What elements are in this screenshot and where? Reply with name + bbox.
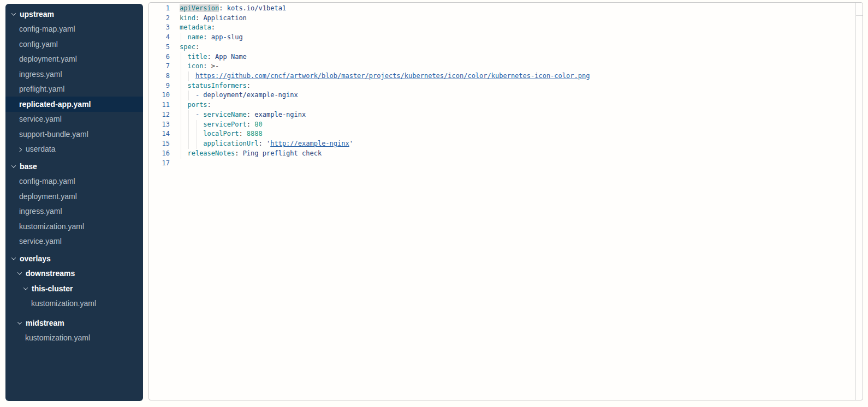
code-line[interactable]: 1apiVersion: kots.io/v1beta1 xyxy=(149,4,863,14)
code-token: : xyxy=(195,43,199,51)
code-token: metadata xyxy=(180,23,211,31)
code-token xyxy=(223,4,227,12)
code-content: servicePort: 80 xyxy=(170,120,863,130)
line-number: 13 xyxy=(149,120,170,130)
tree-file-kustomization.yaml[interactable]: kustomization.yaml xyxy=(5,219,143,234)
line-number: 9 xyxy=(149,81,170,91)
code-token xyxy=(180,72,195,80)
tree-item-label: midstream xyxy=(26,319,64,327)
tree-item-label: userdata xyxy=(26,145,55,153)
tree-file-service.yaml[interactable]: service.yaml xyxy=(5,112,143,127)
code-editor[interactable]: 1apiVersion: kots.io/v1beta12kind: Appli… xyxy=(148,2,863,400)
tree-item-label: downstreams xyxy=(26,269,75,278)
tree-folder-downstreams[interactable]: downstreams xyxy=(5,266,143,282)
tree-item-label: config-map.yaml xyxy=(19,177,75,185)
code-line[interactable]: 14 localPort: 8888 xyxy=(149,129,863,139)
code-token: - xyxy=(195,111,203,118)
code-content: metadata: xyxy=(170,23,863,33)
tree-file-service.yaml[interactable]: service.yaml xyxy=(5,234,143,249)
code-line[interactable]: 10 - deployment/example-nginx xyxy=(149,91,863,100)
indent-guide xyxy=(181,139,181,149)
tree-file-config.yaml[interactable]: config.yaml xyxy=(5,37,143,52)
tree-file-kustomization.yaml[interactable]: kustomization.yaml xyxy=(5,296,143,312)
indent-guide xyxy=(181,33,181,43)
code-line[interactable]: 11 ports: xyxy=(149,100,863,110)
line-number: 5 xyxy=(149,43,170,52)
code-token: kots.io/v1beta1 xyxy=(227,4,286,12)
tree-file-ingress.yaml[interactable]: ingress.yaml xyxy=(5,204,143,219)
tree-item-label: kustomization.yaml xyxy=(19,222,84,231)
line-number: 11 xyxy=(149,100,170,110)
code-token: applicationUrl xyxy=(203,140,258,147)
tree-item-label: preflight.yaml xyxy=(19,85,64,93)
code-line[interactable]: 2kind: Application xyxy=(149,14,863,23)
line-number: 6 xyxy=(149,52,170,62)
tree-folder-base[interactable]: base xyxy=(5,159,143,174)
tree-folder-overlays[interactable]: overlays xyxy=(5,251,143,266)
code-line[interactable]: 9 statusInformers: xyxy=(149,81,863,91)
code-token xyxy=(207,33,211,41)
code-token xyxy=(263,140,266,147)
code-content: icon: >- xyxy=(170,62,863,71)
code-line[interactable]: 15 applicationUrl: 'http://example-nginx… xyxy=(149,139,863,149)
indent-guide xyxy=(181,100,181,110)
indent-guide xyxy=(188,129,189,139)
code-content: applicationUrl: 'http://example-nginx' xyxy=(170,139,863,149)
tree-item-label: kustomization.yaml xyxy=(25,333,90,342)
tree-file-config-map.yaml[interactable]: config-map.yaml xyxy=(5,22,143,37)
code-token: kind xyxy=(180,14,195,22)
code-token: : xyxy=(247,111,251,118)
tree-folder-userdata[interactable]: userdata xyxy=(5,142,143,157)
code-token: http://example-nginx xyxy=(270,140,349,147)
code-token: serviceName xyxy=(203,111,246,118)
code-token: apiVersion xyxy=(180,4,219,12)
code-line[interactable]: 17 xyxy=(149,159,863,169)
tree-item-label: deployment.yaml xyxy=(19,55,77,63)
code-token: : xyxy=(207,53,211,61)
code-line[interactable]: 8 https://github.com/cncf/artwork/blob/m… xyxy=(149,71,863,81)
editor-scrollbar[interactable] xyxy=(855,3,863,400)
tree-file-config-map.yaml[interactable]: config-map.yaml xyxy=(5,174,143,189)
code-token xyxy=(207,62,211,70)
code-token: : xyxy=(247,121,251,128)
code-line[interactable]: 7 icon: >- xyxy=(149,62,863,71)
tree-file-replicated-app.yaml[interactable]: replicated-app.yaml xyxy=(5,97,143,112)
code-line[interactable]: 3metadata: xyxy=(149,23,863,33)
code-token xyxy=(180,140,203,147)
file-tree: upstreamconfig-map.yamlconfig.yamldeploy… xyxy=(5,4,143,345)
line-number: 14 xyxy=(149,129,170,139)
line-number: 8 xyxy=(149,71,170,81)
code-token xyxy=(239,149,242,157)
tree-file-preflight.yaml[interactable]: preflight.yaml xyxy=(5,82,143,97)
code-line[interactable]: 16 releaseNotes: Ping preflight check xyxy=(149,149,863,159)
code-token xyxy=(180,121,203,128)
editor-scrollbar-thumb[interactable] xyxy=(855,3,863,16)
tree-folder-midstream[interactable]: midstream xyxy=(5,315,143,331)
code-line[interactable]: 6 title: App Name xyxy=(149,52,863,62)
code-content: https://github.com/cncf/artwork/blob/mas… xyxy=(170,71,863,81)
code-token xyxy=(211,53,215,61)
code-line[interactable]: 12 - serviceName: example-nginx xyxy=(149,110,863,120)
code-token: https://github.com/cncf/artwork/blob/mas… xyxy=(195,72,590,80)
indent-guide xyxy=(188,139,189,149)
tree-file-deployment.yaml[interactable]: deployment.yaml xyxy=(5,52,143,67)
code-line[interactable]: 5spec: xyxy=(149,43,863,52)
indent-guide xyxy=(188,91,189,100)
chevron-down-icon xyxy=(17,320,22,324)
tree-file-support-bundle.yaml[interactable]: support-bundle.yaml xyxy=(5,127,143,142)
tree-item-label: config-map.yaml xyxy=(19,25,75,33)
tree-item-label: this-cluster xyxy=(32,284,73,293)
tree-file-deployment.yaml[interactable]: deployment.yaml xyxy=(5,189,143,204)
code-token: 8888 xyxy=(247,130,263,137)
tree-folder-upstream[interactable]: upstream xyxy=(5,7,143,22)
code-token: - deployment/example-nginx xyxy=(195,91,298,99)
tree-file-ingress.yaml[interactable]: ingress.yaml xyxy=(5,67,143,82)
tree-folder-this-cluster[interactable]: this-cluster xyxy=(5,281,143,296)
indent-guide xyxy=(197,139,197,149)
code-line[interactable]: 13 servicePort: 80 xyxy=(149,120,863,130)
indent-guide xyxy=(188,120,189,130)
chevron-right-icon xyxy=(17,147,22,152)
code-content: - serviceName: example-nginx xyxy=(170,110,863,120)
tree-file-kustomization.yaml[interactable]: kustomization.yaml xyxy=(5,331,143,346)
code-line[interactable]: 4 name: app-slug xyxy=(149,33,863,43)
